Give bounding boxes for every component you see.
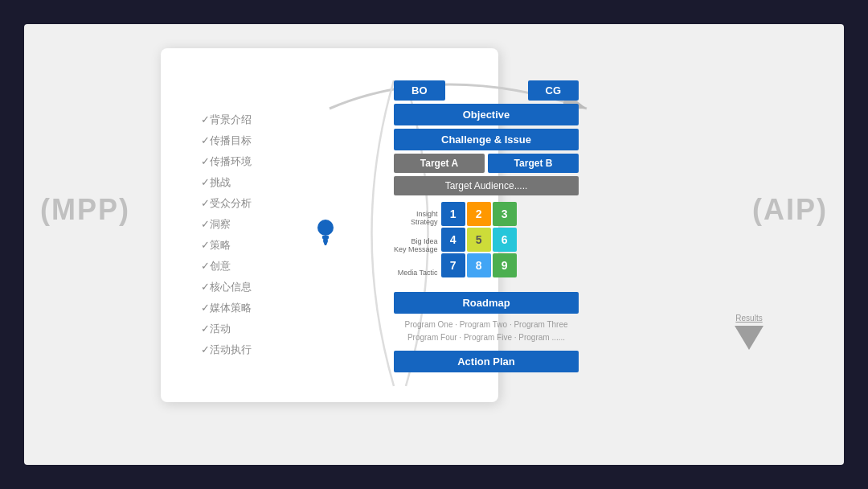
target-b-button[interactable]: Target B [488,154,579,173]
checklist-item-7: ✓策略 [201,238,252,253]
svg-rect-3 [323,239,328,241]
svg-rect-2 [322,236,329,239]
grid-labels: InsightStrategy Big IdeaKey Message Medi… [394,202,438,286]
checklist-item-8: ✓创意 [201,259,252,273]
checklist: ✓背景介绍 ✓传播目标 ✓传播环境 ✓挑战 ✓受众分析 ✓洞察 ✓策略 ✓创意 … [201,113,252,357]
objective-button[interactable]: Objective [394,104,579,125]
cg-button[interactable]: CG [528,80,579,101]
results-section: Results [735,314,764,350]
programs-line-1: Program One · Program Two · Program Thre… [394,318,579,331]
cell-2[interactable]: 2 [467,202,491,226]
grid-section: InsightStrategy Big IdeaKey Message Medi… [394,202,579,286]
checklist-item-9: ✓核心信息 [201,280,252,294]
aip-label: (AIP) [752,193,828,227]
cell-5[interactable]: 5 [467,228,491,252]
checklist-item-10: ✓媒体策略 [201,301,252,315]
checklist-item-12: ✓活动执行 [201,343,252,357]
cell-3[interactable]: 3 [493,202,517,226]
media-tactic-label: Media Tactic [394,260,438,286]
checklist-item-3: ✓传播环境 [201,154,252,169]
programs-section: Program One · Program Two · Program Thre… [394,318,579,344]
checklist-item-11: ✓活动 [201,322,252,336]
big-idea-label: Big IdeaKey Message [394,232,438,258]
right-content-area: BO CG Objective Challenge & Issue Target… [394,80,579,372]
target-a-button[interactable]: Target A [394,154,485,173]
mpp-label: (MPP) [40,193,130,227]
cell-9[interactable]: 9 [493,253,517,277]
svg-marker-4 [323,241,328,245]
programs-line-2: Program Four · Program Five · Program ..… [394,331,579,344]
roadmap-button[interactable]: Roadmap [394,292,579,314]
cell-1[interactable]: 1 [441,202,465,226]
cell-6[interactable]: 6 [493,228,517,252]
target-row: Target A Target B [394,154,579,173]
results-label[interactable]: Results [735,314,762,323]
svg-point-1 [317,220,334,236]
target-audience-button[interactable]: Target Audience..... [394,176,579,195]
cell-8[interactable]: 8 [467,253,491,277]
checklist-item-1: ✓背景介绍 [201,113,252,127]
challenge-button[interactable]: Challenge & Issue [394,129,579,150]
down-arrow-icon [735,326,764,350]
checklist-item-4: ✓挑战 [201,175,252,190]
action-plan-button[interactable]: Action Plan [394,351,579,372]
checklist-item-6: ✓洞察 [201,217,252,232]
cell-4[interactable]: 4 [441,228,465,252]
bo-button[interactable]: BO [394,80,445,101]
insight-label: InsightStrategy [394,205,438,231]
checklist-item-2: ✓传播目标 [201,134,252,148]
bo-cg-row: BO CG [394,80,579,101]
grid-cells: 1 2 3 4 5 6 7 8 9 [441,202,517,277]
checklist-item-5: ✓受众分析 [201,196,252,211]
cell-7[interactable]: 7 [441,253,465,277]
bulb-icon [313,217,338,249]
